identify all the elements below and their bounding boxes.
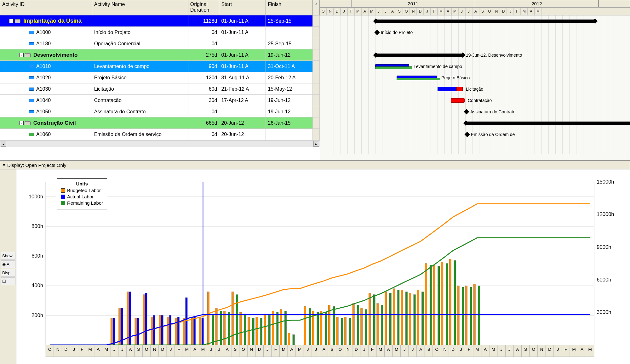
collapse-icon[interactable]: -: [19, 121, 24, 125]
bar[interactable]: [369, 293, 370, 345]
bar[interactable]: [470, 287, 472, 345]
gantt-pane[interactable]: 20112012 ONDJFMAMJJASONDJFMAMJJASONDJFMA…: [320, 0, 630, 160]
bar[interactable]: [373, 295, 375, 345]
task-bar[interactable]: [438, 87, 456, 91]
bar[interactable]: [256, 317, 258, 345]
bar[interactable]: [202, 318, 203, 345]
summary-bar[interactable]: [465, 122, 630, 125]
bar[interactable]: [421, 292, 423, 345]
bar[interactable]: [325, 312, 327, 345]
scroll-left-icon[interactable]: ◂: [1, 141, 6, 147]
summary-bar[interactable]: [375, 54, 463, 57]
bar[interactable]: [277, 312, 278, 345]
bar[interactable]: [135, 318, 137, 345]
table-row[interactable]: A1050Assinatura do Contrato0d19-Jun-12: [0, 106, 320, 117]
table-hscroll[interactable]: ◂ ▸: [0, 140, 320, 147]
show-button[interactable]: Show: [1, 252, 15, 260]
bar[interactable]: [111, 318, 112, 345]
bar[interactable]: [352, 304, 354, 345]
scroll-right-icon[interactable]: ▸: [313, 141, 319, 147]
col-header-finish[interactable]: Finish: [266, 0, 312, 15]
table-row[interactable]: - Construção Civil665d20-Jun-1226-Jan-15: [0, 117, 320, 129]
bar[interactable]: [433, 265, 435, 345]
bar[interactable]: [357, 305, 359, 345]
bar[interactable]: [268, 315, 270, 345]
bar[interactable]: [349, 318, 351, 345]
table-row[interactable]: A1020Projeto Básico120d31-Aug-11 A20-Feb…: [0, 72, 320, 83]
milestone-diamond-icon[interactable]: [465, 132, 470, 137]
bar[interactable]: [159, 315, 161, 345]
bar[interactable]: [252, 318, 254, 345]
bar[interactable]: [199, 318, 201, 345]
bar[interactable]: [317, 312, 319, 345]
bar[interactable]: [284, 311, 286, 345]
bar[interactable]: [193, 317, 195, 345]
disp-button[interactable]: Disp: [1, 269, 15, 277]
summary-bar[interactable]: [375, 20, 596, 23]
table-row[interactable]: A1000Início do Projeto0d01-Jun-11 A: [0, 27, 320, 38]
collapse-icon[interactable]: -: [19, 53, 24, 57]
bar[interactable]: [405, 292, 407, 345]
bar[interactable]: [212, 315, 214, 345]
col-header-id[interactable]: Activity ID: [0, 0, 92, 15]
bar[interactable]: [462, 287, 464, 345]
bar[interactable]: [465, 286, 467, 345]
bar[interactable]: [341, 318, 343, 345]
bar[interactable]: [446, 264, 448, 345]
bar[interactable]: [344, 317, 346, 345]
bar[interactable]: [121, 308, 123, 345]
bar[interactable]: [361, 308, 363, 345]
gantt-body[interactable]: Início do Projeto19-Jun-12, Desenvolvime…: [320, 15, 630, 154]
bar[interactable]: [161, 315, 163, 345]
col-header-name[interactable]: Activity Name: [92, 0, 188, 15]
bar[interactable]: [417, 290, 419, 345]
bar[interactable]: [414, 295, 415, 345]
bar[interactable]: [167, 317, 169, 345]
collapse-icon[interactable]: -: [9, 19, 14, 23]
bar[interactable]: [441, 262, 443, 345]
bar[interactable]: [425, 264, 427, 345]
bar[interactable]: [438, 266, 440, 345]
bar[interactable]: [304, 306, 306, 345]
bar[interactable]: [398, 290, 399, 345]
task-bar-late[interactable]: [451, 98, 465, 103]
table-row[interactable]: A1040Contratação30d17-Apr-12 A19-Jun-12: [0, 95, 320, 106]
bar[interactable]: [137, 318, 139, 345]
bar[interactable]: [240, 312, 242, 345]
table-row[interactable]: - Desenvolvimento275d01-Jun-11 A19-Jun-1…: [0, 49, 320, 61]
table-row[interactable]: A1030Licitação60d21-Feb-12 A15-May-12: [0, 83, 320, 95]
display-bar[interactable]: ▾ Display: Open Projects Only: [0, 161, 630, 169]
bar[interactable]: [389, 293, 391, 345]
table-row[interactable]: A1180Operação Comercial0d25-Sep-15: [0, 38, 320, 49]
bar[interactable]: [191, 317, 193, 345]
bar[interactable]: [261, 318, 262, 345]
bar[interactable]: [288, 333, 290, 345]
bar[interactable]: [272, 311, 274, 345]
table-row[interactable]: A1010Levantamento de campo90d01-Jun-11 A…: [0, 61, 320, 72]
bar[interactable]: [153, 315, 155, 345]
table-row[interactable]: - Implantação da Usina1128d01-Jun-11 A25…: [0, 15, 320, 27]
bar[interactable]: [385, 292, 387, 345]
bar[interactable]: [449, 259, 451, 345]
task-bar-late[interactable]: [456, 87, 463, 91]
bar[interactable]: [320, 311, 322, 345]
bar[interactable]: [143, 295, 145, 345]
bar[interactable]: [333, 306, 335, 345]
bar[interactable]: [409, 293, 411, 345]
bar[interactable]: [336, 317, 338, 345]
bar[interactable]: [215, 308, 217, 345]
resource-chart[interactable]: 200h400h600h800h1000h3000h6000h9000h1200…: [16, 169, 630, 364]
bar[interactable]: [236, 295, 238, 345]
bar[interactable]: [264, 314, 266, 345]
checkbox[interactable]: ☐: [1, 277, 15, 285]
col-header-dur[interactable]: Original Duration: [188, 0, 219, 15]
bar[interactable]: [207, 292, 209, 345]
bar[interactable]: [381, 305, 383, 345]
bar[interactable]: [457, 286, 459, 345]
bar[interactable]: [113, 318, 115, 345]
bar[interactable]: [244, 314, 246, 345]
bar[interactable]: [223, 311, 225, 345]
bar[interactable]: [169, 315, 171, 345]
bar[interactable]: [430, 265, 432, 345]
milestone-diamond-icon[interactable]: [464, 109, 469, 115]
